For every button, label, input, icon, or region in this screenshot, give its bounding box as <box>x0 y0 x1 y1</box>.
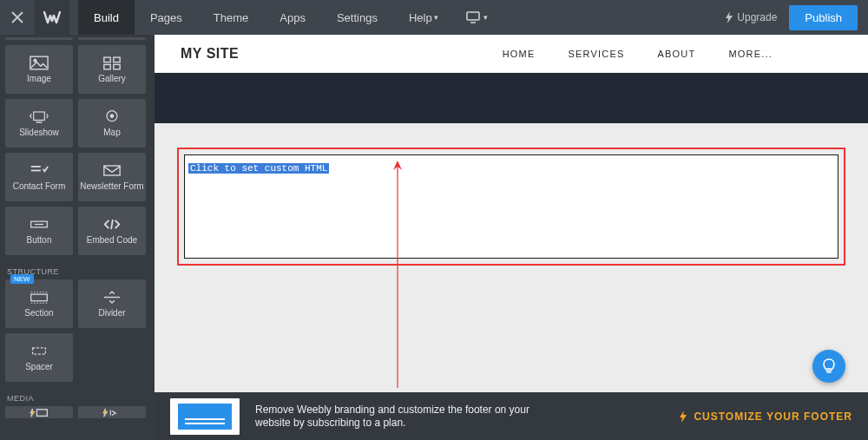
tile-embed-code[interactable]: Embed Code <box>78 207 146 255</box>
elements-sidebar: Image Gallery Slideshow Map Contact Form… <box>0 35 155 440</box>
tile-image[interactable]: Image <box>5 45 73 94</box>
help-fab[interactable] <box>812 350 845 383</box>
embed-code-icon <box>102 217 122 232</box>
lightning-icon <box>102 408 122 418</box>
lightning-icon <box>725 11 733 23</box>
close-icon <box>11 11 23 23</box>
tab-help-label: Help <box>409 11 432 24</box>
lightning-icon <box>678 410 688 423</box>
embed-code-element[interactable]: Click to set custom HTML <box>184 154 838 259</box>
tile-contact-form[interactable]: Contact Form <box>5 153 73 201</box>
tile-gallery[interactable]: Gallery <box>78 45 146 94</box>
chevron-down-icon: ▾ <box>483 13 488 22</box>
tile-newsletter-form[interactable]: Newsletter Form <box>78 153 146 201</box>
tab-pages[interactable]: Pages <box>135 0 198 35</box>
svg-rect-2 <box>467 12 479 20</box>
weebly-logo[interactable] <box>35 0 69 35</box>
nav-more[interactable]: MORE... <box>728 49 773 59</box>
tab-settings-label: Settings <box>337 11 378 24</box>
tile-label: Section <box>24 308 53 318</box>
upgrade-button[interactable]: Upgrade <box>725 11 777 23</box>
page-stage: Click to set custom HTML <box>155 123 868 290</box>
contact-form-icon <box>30 163 49 178</box>
preview-canvas: MY SITE HOME SERVICES ABOUT MORE... Clic… <box>155 35 868 392</box>
upgrade-label: Upgrade <box>737 11 777 23</box>
selection-marker: Click to set custom HTML <box>177 148 845 266</box>
tile-slideshow[interactable]: Slideshow <box>5 99 73 148</box>
site-nav: HOME SERVICES ABOUT MORE... <box>503 49 773 59</box>
spacer-icon <box>30 344 49 358</box>
customize-footer-label: CUSTOMIZE YOUR FOOTER <box>694 410 852 423</box>
image-icon <box>30 56 49 70</box>
tile-button[interactable]: Button <box>5 207 73 255</box>
tab-pages-label: Pages <box>150 11 182 24</box>
gallery-icon <box>102 56 122 70</box>
tile-label: Spacer <box>25 362 53 371</box>
svg-rect-7 <box>114 57 120 62</box>
close-button[interactable] <box>0 0 35 35</box>
tab-theme[interactable]: Theme <box>198 0 264 35</box>
weebly-logo-icon <box>43 10 61 24</box>
tile-label: Button <box>27 235 52 245</box>
tile-spacer[interactable]: Spacer <box>5 333 73 382</box>
tile-label: Contact Form <box>13 181 66 191</box>
publish-button[interactable]: Publish <box>789 5 858 30</box>
footer-thumbnail <box>170 398 240 435</box>
tab-help[interactable]: Help▾ <box>393 0 454 35</box>
tile-media-stub[interactable] <box>5 406 73 418</box>
svg-rect-10 <box>34 112 45 120</box>
tile-label: Divider <box>98 308 125 318</box>
svg-rect-22 <box>31 294 48 301</box>
svg-line-21 <box>111 220 113 229</box>
tab-build[interactable]: Build <box>78 0 135 35</box>
tab-apps[interactable]: Apps <box>264 0 321 35</box>
tile-divider[interactable]: Divider <box>78 279 146 328</box>
tile-stub[interactable] <box>5 37 73 40</box>
tile-label: Embed Code <box>87 235 137 245</box>
tile-label: Slideshow <box>19 128 59 137</box>
footer-message: Remove Weebly branding and customize the… <box>255 404 529 430</box>
chevron-down-icon: ▾ <box>434 13 438 22</box>
tile-section[interactable]: NEW Section <box>5 279 73 328</box>
footer-message-line1: Remove Weebly branding and customize the… <box>255 404 529 416</box>
device-preview-button[interactable]: ▾ <box>454 0 500 35</box>
tile-label: Newsletter Form <box>80 181 143 191</box>
tile-label: Map <box>103 128 120 137</box>
section-icon <box>30 290 49 305</box>
monitor-icon <box>466 11 482 23</box>
lightbulb-icon <box>822 358 836 375</box>
svg-point-5 <box>34 59 36 62</box>
customize-footer-button[interactable]: CUSTOMIZE YOUR FOOTER <box>678 410 852 423</box>
svg-rect-8 <box>104 64 110 69</box>
svg-rect-9 <box>114 64 120 69</box>
svg-point-15 <box>110 115 114 118</box>
tile-map[interactable]: Map <box>78 99 146 148</box>
newsletter-icon <box>102 163 122 178</box>
lightning-icon <box>30 408 49 418</box>
svg-rect-27 <box>36 410 47 417</box>
tile-label: Gallery <box>98 74 126 83</box>
footer-promo-bar: Remove Weebly branding and customize the… <box>155 392 868 440</box>
map-icon <box>102 109 122 124</box>
tile-stub[interactable] <box>78 37 146 40</box>
tab-build-label: Build <box>94 11 119 24</box>
hero-band[interactable] <box>155 73 868 123</box>
category-media: MEDIA <box>0 387 155 406</box>
svg-point-12 <box>38 121 40 123</box>
svg-rect-6 <box>104 57 110 62</box>
embed-placeholder-text: Click to set custom HTML <box>188 163 329 174</box>
button-icon <box>30 217 49 232</box>
nav-home[interactable]: HOME <box>503 49 536 59</box>
tile-media-stub[interactable] <box>78 406 146 418</box>
svg-point-13 <box>41 121 43 123</box>
footer-message-line2: website by subscribing to a plan. <box>255 417 405 429</box>
tab-apps-label: Apps <box>279 11 306 24</box>
nav-services[interactable]: SERVICES <box>568 49 624 59</box>
svg-rect-4 <box>30 56 48 69</box>
site-header: MY SITE HOME SERVICES ABOUT MORE... <box>155 35 868 73</box>
site-title[interactable]: MY SITE <box>181 46 239 62</box>
svg-rect-18 <box>104 166 120 175</box>
new-badge: NEW <box>10 274 34 284</box>
tab-settings[interactable]: Settings <box>321 0 393 35</box>
nav-about[interactable]: ABOUT <box>658 49 696 59</box>
